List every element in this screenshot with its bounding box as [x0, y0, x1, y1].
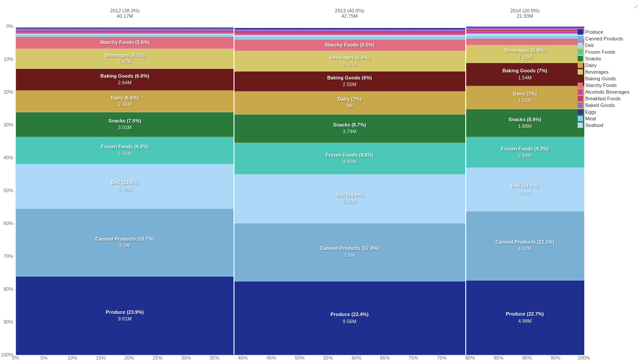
y-axis-label: 90% [4, 319, 13, 324]
segment-2012-dairy[interactable]: Dairy (6.6%)2.66M [16, 91, 234, 112]
segment-2012-frozen-foods[interactable]: Frozen Foods (8.3%)3.35M [16, 137, 234, 164]
segment-2013-meat[interactable] [234, 37, 465, 40]
segment-label: Frozen Foods (8.3%) [101, 143, 149, 150]
segment-2012-produce[interactable]: Produce (23.9%)9.61M [16, 277, 234, 355]
segment-2012-baked-goods[interactable] [16, 29, 234, 31]
legend-item-alcoholic-beverages: Alcoholic Beverages [578, 89, 640, 95]
x-axis-label: 55% [323, 355, 333, 360]
legend-item-label: Starchy Foods [585, 83, 617, 88]
y-axis-label: 100% [1, 352, 13, 357]
segment-value: 1.88M [518, 123, 532, 130]
y-axis: 0%10%20%30%40%50%60%70%80%90%100% [0, 27, 16, 355]
y-axis-label: 20% [4, 89, 13, 95]
legend-item-label: Beverages [585, 69, 609, 75]
x-axis-label: 100% [578, 355, 590, 360]
segment-2012-seafood[interactable] [16, 34, 234, 35]
segment-2013-produce[interactable]: Produce (22.4%)9.56M [234, 281, 465, 355]
legend-color-box [578, 63, 583, 68]
segment-2013-beverages[interactable]: Beverages (6.3%)2.67M [234, 51, 465, 72]
segment-2012-eggs[interactable] [16, 28, 234, 29]
legend-item-label: Frozen Foods [585, 49, 615, 55]
legend-item-label: Alcoholic Beverages [585, 89, 630, 95]
segment-2014-snacks[interactable]: Snacks (8.6%)1.88M [465, 109, 584, 138]
legend: ProduceCanned ProductsDeliFrozen FoodsSn… [578, 27, 640, 129]
segment-value: 5.42M [118, 186, 132, 193]
segment-2014-breakfast-foods[interactable] [465, 30, 584, 32]
year-header-2013: 2013 (40.8%)42.75M [234, 8, 465, 19]
legend-item-produce: Produce [578, 29, 640, 35]
segment-label: Canned Products (17.8%) [320, 245, 379, 252]
segment-2013-eggs[interactable] [234, 28, 465, 30]
legend-item-label: Baked Goods [585, 103, 615, 108]
segment-value: 8.3M [119, 242, 130, 249]
x-axis-label: 50% [295, 355, 305, 360]
legend-color-box [578, 49, 583, 55]
legend-item-label: Deli [585, 43, 594, 48]
segment-2014-canned-products[interactable]: Canned Products (21.1%)4.62M [465, 211, 584, 281]
expand-icon[interactable]: ⤢ [634, 4, 638, 10]
segment-2014-alcoholic-beverages[interactable] [465, 32, 584, 34]
segment-2013-seafood[interactable] [234, 35, 465, 37]
segment-2012-canned-products[interactable]: Canned Products (20.7%)8.3M [16, 209, 234, 277]
legend-item-breakfast-foods: Breakfast Foods [578, 96, 640, 101]
segment-2014-baked-goods[interactable] [465, 28, 584, 30]
segment-2012-meat[interactable] [16, 35, 234, 37]
segment-2014-beverages[interactable]: Beverages (5.4%)1.18M [465, 45, 584, 63]
segment-2014-produce[interactable]: Produce (22.7%)4.98M [465, 281, 584, 355]
segment-2013-alcoholic-beverages[interactable] [234, 33, 465, 35]
segment-2013-baking-goods[interactable]: Baking Goods (6%)2.55M [234, 71, 465, 91]
legend-item-label: Meat [585, 116, 596, 121]
segment-value: 9.56M [343, 318, 357, 325]
legend-item-baking-goods: Baking Goods [578, 76, 640, 81]
segment-2012-deli[interactable]: Deli (13.5%)5.42M [16, 164, 234, 209]
legend-color-box [578, 89, 583, 95]
segment-2013-canned-products[interactable]: Canned Products (17.8%)7.6M [234, 223, 465, 282]
segment-value: 1.18M [518, 54, 532, 61]
segment-2012-beverages[interactable]: Beverages (6.2%)2.47M [16, 49, 234, 69]
segment-2013-dairy[interactable]: Dairy (7%)3M [234, 91, 465, 115]
segment-2013-frozen-foods[interactable]: Frozen Foods (9.6%)4.89M [234, 143, 465, 174]
segment-2012-alcoholic-beverages[interactable] [16, 32, 234, 34]
x-axis-label: 75% [437, 355, 447, 360]
segment-label: Dairy (7%) [513, 91, 537, 97]
legend-item-meat: Meat [578, 116, 640, 121]
segment-2012-breakfast-foods[interactable] [16, 31, 234, 32]
y-axis-label: 70% [4, 253, 13, 259]
segment-2013-starchy-foods[interactable]: Starchy Foods (3.5%) [234, 40, 465, 51]
segment-2014-eggs[interactable] [465, 27, 584, 28]
segment-2014-baking-goods[interactable]: Baking Goods (7%)1.54M [465, 63, 584, 86]
segment-2013-deli[interactable]: Deli (14.8%)6.32M [234, 174, 465, 223]
segment-2014-deli[interactable]: Deli (13.2%)2.9M [465, 168, 584, 211]
x-axis-label: 85% [494, 355, 503, 360]
segment-2014-seafood[interactable] [465, 34, 584, 36]
segment-2013-breakfast-foods[interactable] [234, 31, 465, 33]
segment-label: Baking Goods (6%) [327, 75, 372, 81]
legend-item-canned-products: Canned Products [578, 36, 640, 41]
segment-2014-dairy[interactable]: Dairy (7%)1.52M [465, 86, 584, 109]
segment-2014-starchy-foods[interactable] [465, 39, 584, 45]
segment-2014-frozen-foods[interactable]: Frozen Foods (9.3%)2.84M [465, 137, 584, 168]
legend-item-label: Eggs [585, 109, 596, 115]
segment-2012-baking-goods[interactable]: Baking Goods (6.6%)2.64M [16, 69, 234, 91]
segment-label: Canned Products (20.7%) [95, 236, 155, 242]
segment-label: Produce (22.7%) [506, 311, 544, 317]
segment-value: 3.01M [118, 124, 132, 131]
segment-2014-meat[interactable] [465, 36, 584, 39]
legend-item-starchy-foods: Starchy Foods [578, 83, 640, 88]
column-border [234, 27, 234, 355]
y-axis-label: 30% [4, 122, 13, 127]
segment-label: Beverages (6.2%) [105, 52, 145, 59]
x-axis-label: 65% [380, 355, 390, 360]
segment-2012-snacks[interactable]: Snacks (7.5%)3.01M [16, 112, 234, 137]
legend-item-label: Breakfast Foods [585, 96, 621, 101]
segment-2012-starchy-foods[interactable]: Starchy Foods (3.6%) [16, 37, 234, 49]
segment-2013-snacks[interactable]: Snacks (8.7%)3.74M [234, 115, 465, 143]
year-header-2014: 2014 (20.9%)21.93M [465, 8, 584, 19]
x-axis-label: 45% [266, 355, 276, 360]
legend-item-seafood: Seafood [578, 123, 640, 128]
legend-item-snacks: Snacks [578, 56, 640, 61]
legend-item-frozen-foods: Frozen Foods [578, 49, 640, 55]
legend-item-label: Seafood [585, 123, 603, 128]
segment-value: 9.61M [118, 316, 132, 322]
legend-item-deli: Deli [578, 43, 640, 48]
